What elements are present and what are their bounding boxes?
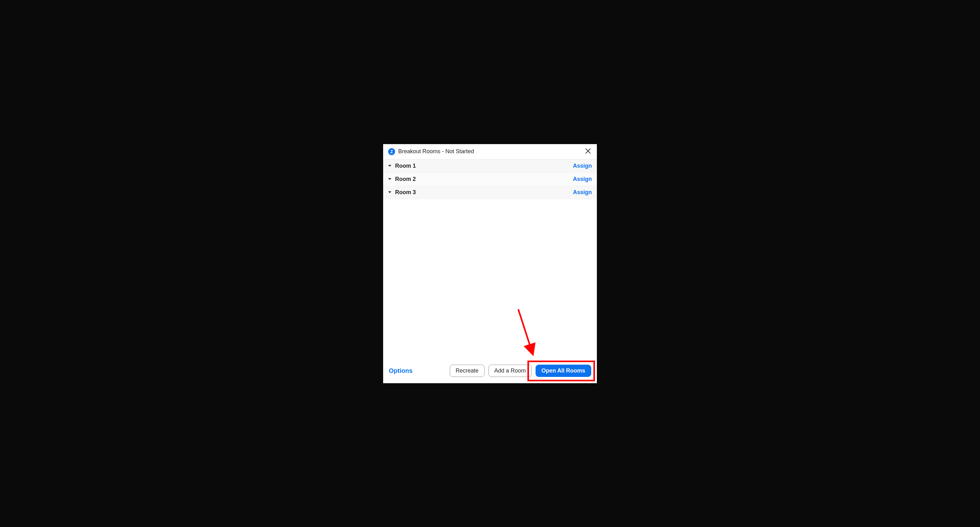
titlebar: Z Breakout Rooms - Not Started xyxy=(383,144,597,160)
close-icon xyxy=(585,148,591,156)
room-name: Room 1 xyxy=(395,163,569,169)
options-button[interactable]: Options xyxy=(389,367,413,374)
room-row[interactable]: Room 3 Assign xyxy=(383,186,597,199)
add-room-button[interactable]: Add a Room xyxy=(488,365,532,377)
dialog-title: Breakout Rooms - Not Started xyxy=(398,148,581,155)
recreate-button[interactable]: Recreate xyxy=(450,365,485,377)
caret-down-icon xyxy=(388,165,391,167)
room-row[interactable]: Room 2 Assign xyxy=(383,173,597,186)
breakout-rooms-dialog: Z Breakout Rooms - Not Started Room 1 As… xyxy=(383,144,597,383)
dialog-footer: Options Recreate Add a Room Open All Roo… xyxy=(383,359,597,383)
assign-button[interactable]: Assign xyxy=(573,176,592,182)
room-name: Room 3 xyxy=(395,189,569,196)
caret-down-icon xyxy=(388,191,391,193)
open-all-rooms-button[interactable]: Open All Rooms xyxy=(536,365,591,377)
room-name: Room 2 xyxy=(395,176,569,182)
close-button[interactable] xyxy=(584,148,592,155)
assign-button[interactable]: Assign xyxy=(573,189,592,196)
zoom-icon: Z xyxy=(388,148,395,155)
room-row[interactable]: Room 1 Assign xyxy=(383,160,597,173)
caret-down-icon xyxy=(388,178,391,180)
assign-button[interactable]: Assign xyxy=(573,163,592,169)
room-list: Room 1 Assign Room 2 Assign Room 3 Assig… xyxy=(383,160,597,359)
